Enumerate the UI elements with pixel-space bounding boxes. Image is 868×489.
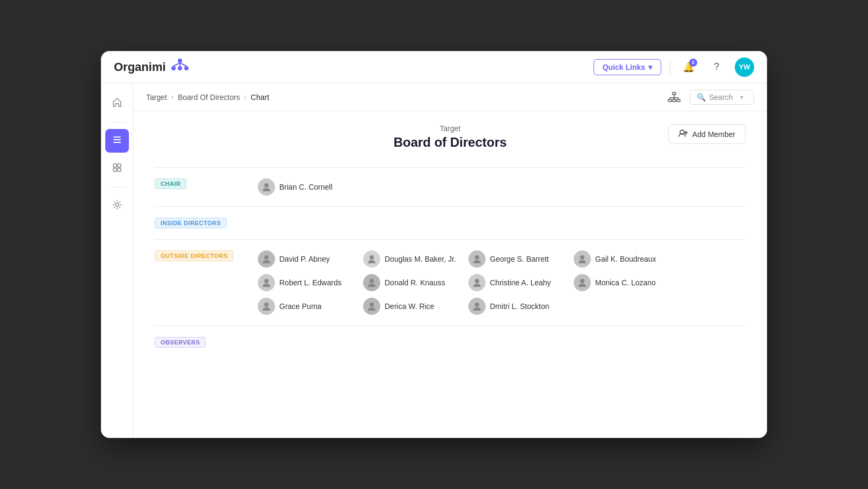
- page-org-name: Target: [394, 124, 507, 133]
- add-member-icon: [678, 129, 688, 139]
- breadcrumb-actions: 🔍 Search ▾: [665, 88, 754, 106]
- sidebar-item-grid[interactable]: [105, 157, 129, 181]
- breadcrumb-sep-1: ›: [171, 94, 173, 101]
- members-grid-chair: Brian C. Cornell: [258, 178, 746, 196]
- svg-rect-10: [113, 164, 117, 167]
- svg-point-38: [475, 303, 479, 307]
- member-name: Donald R. Knauss: [385, 278, 445, 287]
- help-button[interactable]: ?: [707, 57, 726, 77]
- svg-point-37: [370, 303, 374, 307]
- svg-point-14: [115, 203, 119, 206]
- section-label-observers: OBSERVERS: [155, 337, 241, 348]
- user-avatar[interactable]: YW: [735, 57, 754, 77]
- avatar: [258, 178, 275, 196]
- logo-area: Organimi: [114, 57, 594, 76]
- avatar: [468, 274, 486, 291]
- section-label-outside-directors: OUTSIDE DIRECTORS: [155, 250, 241, 261]
- svg-point-29: [370, 255, 374, 260]
- search-label: Search: [709, 93, 733, 102]
- member-name: Douglas M. Baker, Jr.: [385, 255, 456, 263]
- page-header: Target Board of Directors: [155, 124, 746, 150]
- avatar: [574, 274, 591, 291]
- sidebar-item-home[interactable]: [105, 92, 129, 116]
- quick-links-button[interactable]: Quick Links ▾: [594, 59, 661, 75]
- avatar: [574, 250, 591, 268]
- main-content: Target › Board Of Directors › Chart: [133, 83, 767, 438]
- add-member-button[interactable]: Add Member: [668, 124, 746, 144]
- breadcrumb-target[interactable]: Target: [146, 93, 167, 102]
- svg-point-3: [184, 66, 189, 70]
- list-item[interactable]: Donald R. Knauss: [363, 274, 460, 291]
- sections-container: CHAIR Brian C. CornellINSIDE DIRECTORSOU…: [155, 167, 746, 358]
- section-badge-outside-directors: OUTSIDE DIRECTORS: [155, 250, 234, 261]
- svg-point-35: [580, 279, 584, 283]
- svg-line-4: [173, 63, 180, 66]
- list-item[interactable]: Grace Puma: [258, 298, 355, 315]
- list-item[interactable]: Gail K. Boudreaux: [574, 250, 670, 268]
- svg-point-0: [178, 59, 182, 63]
- member-name: Dmitri L. Stockton: [490, 302, 549, 311]
- section-label-chair: CHAIR: [155, 178, 241, 189]
- list-item[interactable]: Brian C. Cornell: [258, 178, 355, 196]
- avatar: [258, 274, 275, 291]
- list-item[interactable]: Monica C. Lozano: [574, 274, 670, 291]
- svg-rect-9: [113, 142, 121, 143]
- avatar: [363, 298, 380, 315]
- member-name: Brian C. Cornell: [279, 183, 332, 191]
- list-item[interactable]: Christine A. Leahy: [468, 274, 565, 291]
- list-item[interactable]: Robert L. Edwards: [258, 274, 355, 291]
- list-item[interactable]: Dmitri L. Stockton: [468, 298, 565, 315]
- svg-rect-15: [672, 92, 676, 95]
- svg-point-31: [580, 255, 584, 260]
- members-grid-outside-directors: David P. Abney Douglas M. Baker, Jr. Geo…: [258, 250, 746, 315]
- settings-icon: [112, 199, 122, 213]
- org-chart-icon-btn[interactable]: [665, 88, 683, 106]
- section-chair: CHAIR Brian C. Cornell: [155, 167, 746, 206]
- svg-rect-8: [113, 139, 121, 140]
- search-dropdown-icon: ▾: [740, 94, 743, 101]
- avatar: [258, 250, 275, 268]
- breadcrumb-bar: Target › Board Of Directors › Chart: [133, 83, 767, 111]
- list-item[interactable]: David P. Abney: [258, 250, 355, 268]
- logo-icon: [170, 57, 190, 76]
- list-icon: [112, 134, 122, 148]
- header-divider: [670, 59, 670, 75]
- grid-icon: [112, 162, 122, 176]
- svg-point-28: [264, 255, 269, 260]
- breadcrumb-board[interactable]: Board Of Directors: [178, 93, 240, 102]
- member-name: Derica W. Rice: [385, 302, 435, 311]
- help-icon: ?: [714, 61, 719, 73]
- svg-rect-16: [668, 99, 671, 102]
- list-item[interactable]: Derica W. Rice: [363, 298, 460, 315]
- svg-point-34: [475, 279, 479, 283]
- list-item[interactable]: George S. Barrett: [468, 250, 565, 268]
- header-actions: Quick Links ▾ 🔔 2 ? YW: [594, 57, 754, 77]
- notifications-button[interactable]: 🔔 2: [679, 57, 698, 77]
- member-name: George S. Barrett: [490, 255, 549, 263]
- svg-rect-7: [113, 136, 121, 138]
- svg-rect-12: [113, 168, 117, 171]
- sidebar-item-settings[interactable]: [105, 194, 129, 218]
- search-bar[interactable]: 🔍 Search ▾: [690, 90, 754, 105]
- svg-point-36: [264, 303, 269, 307]
- page-title-area: Target Board of Directors: [394, 124, 507, 150]
- member-name: David P. Abney: [279, 255, 330, 263]
- member-name: Monica C. Lozano: [595, 278, 656, 287]
- sidebar-item-list[interactable]: [105, 129, 129, 153]
- svg-point-27: [264, 183, 269, 188]
- breadcrumb-chart: Chart: [251, 93, 269, 102]
- section-observers: OBSERVERS: [155, 326, 746, 358]
- chevron-down-icon: ▾: [648, 63, 652, 71]
- section-badge-chair: CHAIR: [155, 178, 186, 189]
- content-main: Target Board of Directors: [133, 111, 767, 438]
- logo-text: Organimi: [114, 60, 166, 74]
- avatar: [468, 298, 486, 315]
- list-item[interactable]: Douglas M. Baker, Jr.: [363, 250, 460, 268]
- section-badge-inside-directors: INSIDE DIRECTORS: [155, 218, 227, 228]
- svg-point-33: [370, 279, 374, 283]
- section-label-inside-directors: INSIDE DIRECTORS: [155, 218, 241, 228]
- member-name: Gail K. Boudreaux: [595, 255, 656, 263]
- search-icon: 🔍: [697, 93, 706, 102]
- member-name: Robert L. Edwards: [279, 278, 342, 287]
- section-outside-directors: OUTSIDE DIRECTORS David P. Abney Douglas…: [155, 239, 746, 326]
